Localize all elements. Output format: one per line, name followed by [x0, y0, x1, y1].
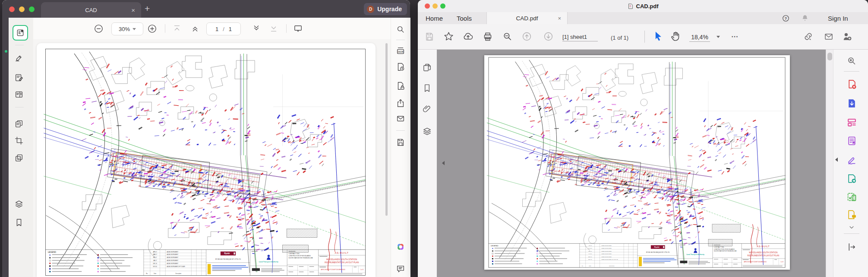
column-divider	[396, 40, 405, 40]
tab-close-icon[interactable]: ×	[131, 6, 135, 14]
organize-pages-tool-icon[interactable]	[846, 117, 857, 128]
sheet-name-field[interactable]: [1] sheet1	[562, 34, 598, 41]
maximize-traffic-light[interactable]	[29, 6, 35, 12]
crop-tool-icon[interactable]	[14, 136, 24, 145]
window-title: C CAD.pdf	[418, 0, 868, 12]
zoom-level-field[interactable]: 18,4%	[689, 34, 710, 42]
sign-in-button[interactable]: Sign In	[828, 12, 848, 24]
right-titlebar: C CAD.pdf	[418, 0, 868, 13]
right-document-viewport[interactable]	[437, 50, 826, 277]
more-tools-button[interactable]: ⋯	[731, 32, 739, 41]
more-tools-chevron-icon[interactable]	[847, 224, 856, 231]
chevron-down-icon	[133, 28, 136, 30]
toolbar-divider	[165, 24, 165, 33]
window-title-text: CAD.pdf	[636, 3, 659, 9]
feedback-comment-icon[interactable]	[396, 264, 405, 274]
save-icon[interactable]	[424, 31, 435, 42]
comment-tool-icon[interactable]	[846, 209, 857, 220]
pdf-page[interactable]	[37, 43, 376, 277]
zoom-level-dropdown[interactable]: 30%	[111, 22, 143, 35]
form-tool-icon[interactable]	[846, 135, 857, 146]
extract-pages-icon[interactable]	[14, 119, 24, 129]
minimize-traffic-light[interactable]	[19, 6, 25, 12]
cloud-upload-icon[interactable]	[463, 31, 473, 42]
document-tab-cadpdf[interactable]: CAD.pdf ×	[486, 12, 568, 24]
zoom-out-button[interactable]	[94, 24, 104, 34]
convert-pdf-tool-icon[interactable]	[846, 98, 857, 109]
new-tab-button[interactable]: +	[145, 3, 150, 14]
close-traffic-light[interactable]	[9, 6, 15, 12]
create-pdf-tool-icon[interactable]	[846, 79, 857, 90]
export-pdf-tool-icon[interactable]	[846, 173, 857, 184]
stamp-tool-icon[interactable]	[14, 153, 24, 163]
search-icon[interactable]	[396, 25, 405, 34]
previous-view-icon[interactable]	[521, 31, 532, 42]
menu-tab-row: Home Tools CAD.pdf × ? Sign In	[418, 12, 868, 25]
left-document-viewport[interactable]	[33, 39, 391, 277]
highlighter-tool-icon[interactable]	[14, 53, 24, 63]
zoom-level-value: 30%	[119, 26, 130, 32]
cad-drawing-left	[42, 47, 369, 277]
share-icon[interactable]	[396, 98, 405, 108]
column-divider	[396, 130, 405, 131]
layers-panel-icon[interactable]	[422, 126, 432, 136]
menu-home[interactable]: Home	[426, 12, 443, 24]
favorite-star-icon[interactable]	[443, 31, 454, 42]
cad-drawing-right	[485, 55, 789, 270]
left-sidebar	[9, 18, 34, 277]
next-page-button[interactable]	[252, 24, 261, 33]
zoom-chevron-down-icon[interactable]	[716, 36, 720, 38]
help-icon[interactable]: ?	[782, 14, 790, 22]
scrollbar-thumb[interactable]	[827, 53, 832, 60]
next-view-icon[interactable]	[543, 31, 554, 42]
zoom-in-button[interactable]	[147, 24, 157, 34]
add-contact-icon[interactable]	[842, 31, 852, 42]
right-tool-column: OCR	[391, 18, 410, 277]
menu-tools[interactable]: Tools	[457, 12, 472, 24]
layers-icon[interactable]	[14, 199, 24, 209]
pages-panel-icon[interactable]	[422, 63, 432, 72]
bookmarks-panel-icon[interactable]	[422, 83, 432, 93]
pdf-page[interactable]	[484, 55, 790, 270]
screen-capture-tool-icon[interactable]	[846, 192, 857, 202]
previous-page-button[interactable]	[190, 24, 200, 33]
sidebar-divider	[15, 45, 24, 45]
left-toolbar: 30% 1 / 1	[33, 18, 391, 40]
email-icon[interactable]	[396, 114, 405, 123]
page-layout-tool-icon[interactable]	[14, 90, 24, 99]
email-icon[interactable]	[824, 31, 834, 42]
convert-file-icon[interactable]	[396, 62, 405, 72]
vertical-scrollbar[interactable]	[385, 43, 388, 216]
go-to-last-page-button[interactable]	[269, 24, 278, 33]
document-tab-cad[interactable]: CAD ×	[41, 2, 141, 18]
expand-panel-icon[interactable]	[847, 242, 857, 252]
ocr-icon[interactable]: OCR	[396, 46, 405, 56]
notification-bell-icon[interactable]	[801, 14, 809, 22]
attachments-panel-icon[interactable]	[422, 104, 432, 114]
ai-assistant-icon[interactable]	[396, 242, 405, 252]
go-to-first-page-button[interactable]	[172, 24, 182, 33]
sign-tool-icon[interactable]	[846, 154, 857, 165]
upgrade-button[interactable]: D Upgrade	[364, 3, 407, 15]
share-link-icon[interactable]	[803, 31, 814, 42]
zoom-search-tool-icon[interactable]	[846, 56, 857, 66]
presentation-mode-button[interactable]	[293, 24, 303, 34]
desktop: { "colors": { "titlebar_dark": "#47434a"…	[0, 0, 868, 277]
page-number-input[interactable]: 1 / 1	[206, 22, 241, 35]
marquee-zoom-icon[interactable]	[502, 31, 513, 42]
collapse-left-panel-arrow[interactable]	[442, 161, 445, 165]
save-icon[interactable]	[396, 138, 405, 147]
vertical-scrollbar[interactable]	[826, 50, 833, 277]
print-icon[interactable]	[483, 31, 493, 42]
bookmark-icon[interactable]	[14, 218, 24, 227]
protect-document-icon[interactable]	[396, 81, 405, 91]
note-edit-tool-icon[interactable]	[14, 73, 24, 82]
pdf-document-icon: C	[628, 3, 634, 9]
hand-pan-tool[interactable]	[670, 31, 681, 42]
select-cursor-tool[interactable]	[652, 30, 664, 42]
doc-tab-title: CAD.pdf	[516, 15, 538, 22]
collapse-right-panel-arrow[interactable]	[835, 157, 838, 162]
view-annotate-tool[interactable]	[13, 25, 28, 41]
tab-close-icon[interactable]: ×	[558, 15, 561, 22]
right-content-area	[418, 50, 868, 277]
